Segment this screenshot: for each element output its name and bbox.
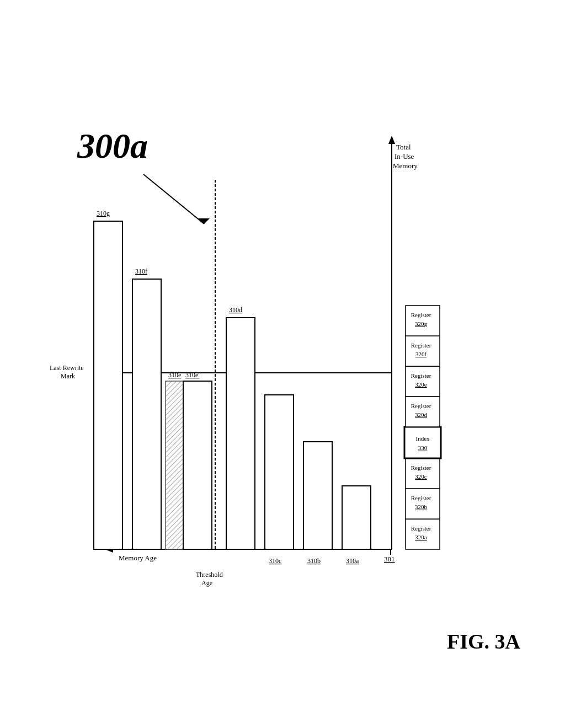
svg-rect-19 <box>303 442 332 549</box>
svg-rect-28 <box>183 381 212 549</box>
svg-text:Mark: Mark <box>61 372 75 380</box>
svg-text:330: 330 <box>418 445 428 451</box>
svg-rect-43 <box>404 427 441 458</box>
svg-text:Register: Register <box>411 495 431 501</box>
svg-text:Last Rewrite: Last Rewrite <box>50 364 84 372</box>
svg-marker-1 <box>198 218 210 224</box>
diagram-container: 300a Total In-Use Memory Memory Age Thre… <box>33 42 563 726</box>
header-center <box>280 22 286 31</box>
svg-text:301: 301 <box>384 555 395 563</box>
svg-text:Threshold: Threshold <box>196 571 223 579</box>
svg-text:320b: 320b <box>415 504 428 510</box>
svg-rect-30 <box>132 279 161 549</box>
svg-text:310e': 310e' <box>185 371 200 379</box>
svg-text:Register: Register <box>411 342 431 349</box>
svg-rect-23 <box>226 318 255 549</box>
fig-300a-text: 300a <box>77 126 148 165</box>
svg-text:Register: Register <box>411 525 431 532</box>
svg-text:Register: Register <box>411 464 431 471</box>
page: 300a Total In-Use Memory Memory Age Thre… <box>0 0 565 728</box>
svg-text:In-Use: In-Use <box>395 152 414 160</box>
svg-text:Register: Register <box>411 312 431 318</box>
svg-marker-3 <box>388 136 395 144</box>
svg-text:320e: 320e <box>415 381 427 388</box>
svg-text:Index: Index <box>415 435 430 442</box>
svg-text:310e: 310e <box>168 371 181 379</box>
svg-text:Register: Register <box>411 372 431 379</box>
svg-rect-32 <box>94 221 122 549</box>
svg-text:Total: Total <box>396 143 411 151</box>
svg-text:320d: 320d <box>415 411 428 418</box>
svg-text:310a: 310a <box>346 557 359 565</box>
svg-text:Register: Register <box>411 403 431 409</box>
svg-text:Memory: Memory <box>393 162 418 170</box>
svg-text:FIG. 3A: FIG. 3A <box>447 630 521 653</box>
svg-text:320c: 320c <box>415 473 427 480</box>
svg-text:320a: 320a <box>415 534 427 540</box>
svg-rect-21 <box>265 395 294 549</box>
svg-text:Memory Age: Memory Age <box>119 554 157 562</box>
svg-rect-17 <box>342 486 371 549</box>
header <box>33 22 532 31</box>
svg-text:Age: Age <box>201 579 212 587</box>
svg-text:310b: 310b <box>307 557 321 565</box>
svg-text:310d: 310d <box>229 306 242 314</box>
svg-text:310f: 310f <box>135 267 147 275</box>
svg-text:310g: 310g <box>97 210 110 217</box>
svg-text:320g: 320g <box>415 320 428 327</box>
svg-text:320f: 320f <box>415 351 427 357</box>
svg-line-0 <box>143 174 204 224</box>
svg-text:310c: 310c <box>269 557 281 565</box>
